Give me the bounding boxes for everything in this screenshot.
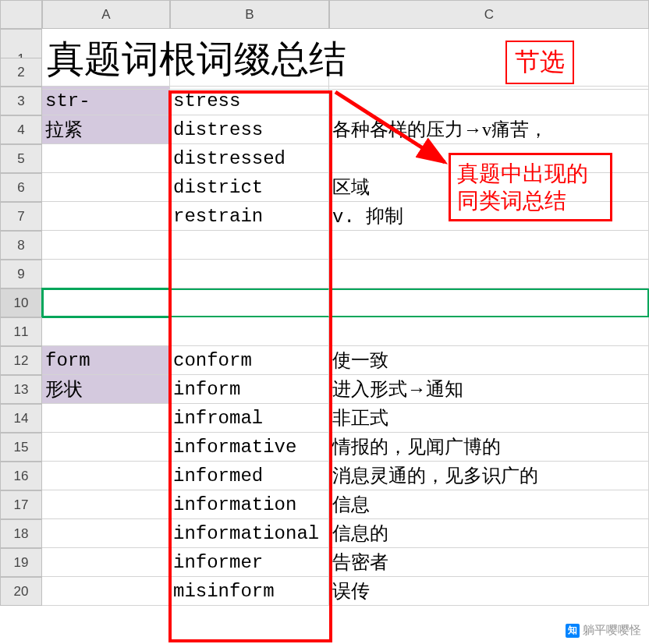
annotation-excerpt-label: 节选 — [505, 41, 574, 84]
row-header-7[interactable]: 7 — [0, 202, 42, 231]
cell-B19[interactable]: informer — [170, 548, 329, 577]
cell-C17[interactable]: 信息 — [329, 490, 649, 519]
row-header-12[interactable]: 12 — [0, 346, 42, 375]
cell-A15[interactable] — [42, 433, 170, 462]
cell-B15[interactable]: informative — [170, 433, 329, 462]
cell-B3[interactable]: stress — [170, 87, 329, 115]
cell-B20[interactable]: misinform — [170, 577, 329, 606]
row-header-4[interactable]: 4 — [0, 115, 42, 144]
watermark: 知 躺平嘤嘤怪 — [566, 623, 641, 638]
cell-B14[interactable]: infromal — [170, 404, 329, 433]
cell-C19[interactable]: 告密者 — [329, 548, 649, 577]
col-header-C[interactable]: C — [329, 0, 649, 29]
cell-A7[interactable] — [42, 202, 170, 231]
page-title: 真题词根词缀总结 — [47, 34, 346, 84]
cell-A9[interactable] — [42, 260, 170, 288]
cell-A17[interactable] — [42, 490, 170, 519]
cell-C20[interactable]: 误传 — [329, 577, 649, 606]
cell-A18[interactable] — [42, 519, 170, 548]
cell-C14[interactable]: 非正式 — [329, 404, 649, 433]
cell-C4[interactable]: 各种各样的压力→v痛苦， — [329, 115, 649, 144]
cell-B4[interactable]: distress — [170, 115, 329, 144]
cell-C10[interactable] — [329, 288, 649, 317]
cell-A6[interactable] — [42, 173, 170, 202]
col-header-B[interactable]: B — [170, 0, 329, 29]
cell-A16[interactable] — [42, 462, 170, 490]
row-header-18[interactable]: 18 — [0, 519, 42, 548]
cell-C3[interactable] — [329, 87, 649, 115]
cell-C8[interactable] — [329, 231, 649, 260]
zhihu-icon: 知 — [566, 624, 580, 638]
row-header-3[interactable]: 3 — [0, 87, 42, 115]
cell-B12[interactable]: conform — [170, 346, 329, 375]
cell-C11[interactable] — [329, 317, 649, 346]
row-header-17[interactable]: 17 — [0, 490, 42, 519]
row-header-15[interactable]: 15 — [0, 433, 42, 462]
cell-A19[interactable] — [42, 548, 170, 577]
cell-A4[interactable]: 拉紧 — [42, 115, 170, 144]
annotation-callout-box: 真题中出现的同类词总结 — [449, 153, 612, 221]
cell-B7[interactable]: restrain — [170, 202, 329, 231]
cell-A3[interactable]: str- — [42, 87, 170, 115]
cell-A5[interactable] — [42, 144, 170, 173]
cell-B9[interactable] — [170, 260, 329, 288]
select-all-corner[interactable] — [0, 0, 42, 29]
cell-B8[interactable] — [170, 231, 329, 260]
cell-C16[interactable]: 消息灵通的，见多识广的 — [329, 462, 649, 490]
cell-B10[interactable] — [170, 288, 329, 317]
cell-A12[interactable]: form — [42, 346, 170, 375]
row-header-14[interactable]: 14 — [0, 404, 42, 433]
row-header-6[interactable]: 6 — [0, 173, 42, 202]
spreadsheet[interactable]: A B C 1 真题词根词缀总结 2 3 str- stress 4 拉紧 di… — [0, 0, 649, 606]
cell-A8[interactable] — [42, 231, 170, 260]
row-header-16[interactable]: 16 — [0, 462, 42, 490]
cell-B16[interactable]: informed — [170, 462, 329, 490]
row-header-11[interactable]: 11 — [0, 317, 42, 346]
cell-A20[interactable] — [42, 577, 170, 606]
row-header-19[interactable]: 19 — [0, 548, 42, 577]
cell-B11[interactable] — [170, 317, 329, 346]
cell-B17[interactable]: information — [170, 490, 329, 519]
row-header-5[interactable]: 5 — [0, 144, 42, 173]
cell-B6[interactable]: district — [170, 173, 329, 202]
row-header-9[interactable]: 9 — [0, 260, 42, 288]
row-header-20[interactable]: 20 — [0, 577, 42, 606]
cell-A10[interactable] — [42, 288, 170, 317]
row-header-13[interactable]: 13 — [0, 375, 42, 404]
cell-A14[interactable] — [42, 404, 170, 433]
cell-C15[interactable]: 情报的，见闻广博的 — [329, 433, 649, 462]
row-header-2[interactable]: 2 — [0, 58, 42, 87]
row-header-8[interactable]: 8 — [0, 231, 42, 260]
row-header-10[interactable]: 10 — [0, 288, 42, 317]
cell-C13[interactable]: 进入形式→通知 — [329, 375, 649, 404]
cell-C12[interactable]: 使一致 — [329, 346, 649, 375]
cell-B18[interactable]: informational — [170, 519, 329, 548]
col-header-A[interactable]: A — [42, 0, 170, 29]
cell-C9[interactable] — [329, 260, 649, 288]
cell-A13[interactable]: 形状 — [42, 375, 170, 404]
cell-C18[interactable]: 信息的 — [329, 519, 649, 548]
cell-A11[interactable] — [42, 317, 170, 346]
watermark-text: 躺平嘤嘤怪 — [583, 623, 641, 638]
cell-B13[interactable]: inform — [170, 375, 329, 404]
cell-B5[interactable]: distressed — [170, 144, 329, 173]
